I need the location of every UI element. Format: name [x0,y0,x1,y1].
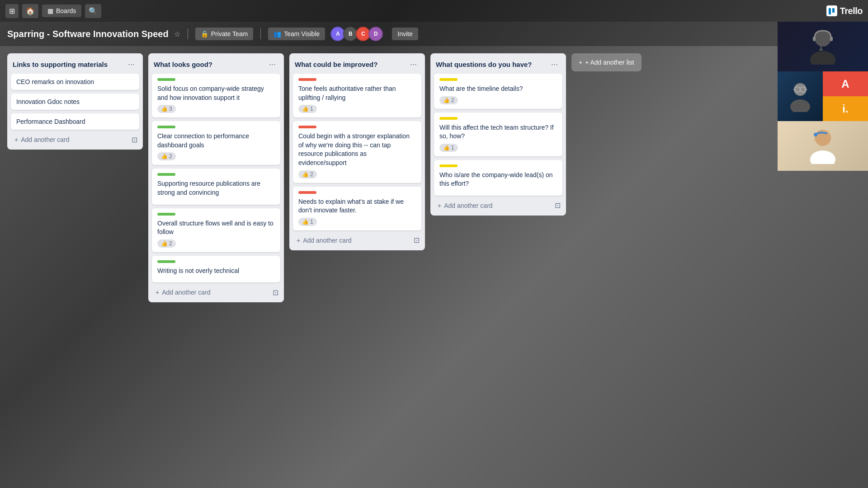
video-tile-2: A i. [778,71,868,121]
home-button[interactable]: 🏠 [22,4,38,18]
avatar-group: A B C D [330,27,383,41]
badge-count-q2: 1 [451,145,454,151]
list-menu-button-questions[interactable]: ··· [548,59,561,70]
video-person-1 [778,22,868,71]
boards-button[interactable]: ▦ Boards [42,5,81,17]
invite-button[interactable]: Invite [392,28,418,40]
svg-point-14 [810,150,835,164]
card-template-button-improved[interactable]: ⊡ [412,234,421,246]
nav-left: ⊞ 🏠 ▦ Boards 🔍 [5,4,823,18]
card-i3[interactable]: Needs to explain what's at stake if we d… [293,187,421,230]
plus-icon: + [297,237,300,244]
svg-point-1 [810,51,835,65]
card-g1[interactable]: Solid focus on company-wide strategy and… [152,74,280,117]
list-menu-button-links[interactable]: ··· [125,59,137,70]
board-header: Sparring - Software Innovation Speed ☆ 🔒… [0,22,868,46]
grid-menu-button[interactable]: ⊞ [5,4,19,18]
list-menu-button-good[interactable]: ··· [266,59,278,70]
private-team-label: Private Team [211,30,248,38]
card-label-g2 [157,126,175,128]
star-button[interactable]: ☆ [174,30,180,38]
private-team-button[interactable]: 🔒 Private Team [195,28,253,40]
thumbs-up-icon: 👍 [161,240,168,247]
card-footer-i1: 👍1 [298,105,416,113]
list-header-questions: What questions do you have?··· [434,57,562,74]
card-text-i1: Tone feels authoritative rather than upl… [298,84,416,102]
card-i2[interactable]: Could begin with a stronger explanation … [293,121,421,183]
badge-count-g4: 2 [169,240,172,247]
add-card-row-good: + Add another card⊡ [152,286,280,299]
card-badge-i2[interactable]: 👍2 [298,170,317,178]
avatar-4[interactable]: D [368,27,383,41]
card-footer-i2: 👍2 [298,170,416,178]
card-label-i1 [298,78,316,81]
add-card-button-good[interactable]: + Add another card [152,286,271,299]
trello-wordmark: Trello [840,6,863,16]
boards-label: Boards [56,7,76,14]
card-badge-g1[interactable]: 👍3 [157,105,176,113]
badge-count-g2: 2 [169,153,172,160]
svg-rect-5 [819,49,823,51]
card-template-button-links[interactable]: ⊡ [130,134,139,146]
board-content: Links to supporting materials···CEO rema… [0,46,868,310]
list-menu-button-improved[interactable]: ··· [407,59,420,70]
trello-icon [826,5,837,16]
card-g4[interactable]: Overall structure flows well and is easy… [152,208,280,252]
card-template-button-good[interactable]: ⊡ [271,286,280,299]
badge-count-i3: 1 [310,219,313,225]
card-g5[interactable]: Writing is not overly technical [152,256,280,283]
add-list-label: + Add another list [585,59,634,66]
card-l3[interactable]: Performance Dashboard [11,113,139,130]
card-q3[interactable]: Who is/are the company-wide lead(s) on t… [434,160,562,196]
add-card-button-questions[interactable]: + Add another card [434,199,553,212]
card-q1[interactable]: What are the timeline details?👍2 [434,74,562,109]
card-l2[interactable]: Innovation Gdoc notes [11,94,139,110]
card-label-i2 [298,126,316,128]
video-person-2 [778,71,823,121]
card-i1[interactable]: Tone feels authoritative rather than upl… [293,74,421,117]
card-footer-i3: 👍1 [298,218,416,226]
card-template-button-questions[interactable]: ⊡ [553,199,562,211]
card-text-g2: Clear connection to performance dashboar… [157,132,275,150]
add-list-button[interactable]: + + Add another list [571,53,642,71]
thumbs-up-icon: 👍 [443,97,450,103]
card-footer-g4: 👍2 [157,239,275,248]
card-l1[interactable]: CEO remarks on innovation [11,74,139,90]
card-g2[interactable]: Clear connection to performance dashboar… [152,121,280,165]
list-links: Links to supporting materials···CEO rema… [7,53,143,150]
thumbs-up-icon: 👍 [302,171,309,178]
card-label-g1 [157,78,175,81]
badge-count-q1: 2 [451,97,454,103]
card-label-i3 [298,191,316,194]
add-card-button-improved[interactable]: + Add another card [293,234,412,247]
badge-count-g1: 3 [169,106,172,112]
thumbs-up-icon: 👍 [302,219,309,225]
card-text-g3: Supporting resource publications are str… [157,179,275,197]
card-q2[interactable]: Will this affect the tech team structure… [434,113,562,156]
card-text-g4: Overall structure flows well and is easy… [157,219,275,237]
video-panel-right: A i. [823,71,868,121]
search-button[interactable]: 🔍 [85,4,101,18]
header-divider-2 [260,28,261,39]
card-badge-i3[interactable]: 👍1 [298,218,317,226]
card-badge-q2[interactable]: 👍1 [439,144,458,152]
card-footer-g2: 👍2 [157,152,275,160]
card-badge-i1[interactable]: 👍1 [298,105,317,113]
team-visible-label: Team Visible [284,30,320,38]
header-divider [188,28,188,39]
team-visible-button[interactable]: 👥 Team Visible [268,28,325,40]
svg-point-7 [790,99,810,112]
svg-point-15 [814,133,817,136]
list-title-improved: What could be improved? [295,61,377,68]
users-icon: 👥 [274,30,281,38]
add-card-row-links: + Add another card⊡ [11,133,139,146]
plus-icon: + [14,136,18,143]
card-g3[interactable]: Supporting resource publications are str… [152,169,280,204]
card-badge-q1[interactable]: 👍2 [439,96,458,104]
add-card-button-links[interactable]: + Add another card [11,133,130,146]
card-badge-g2[interactable]: 👍2 [157,152,176,160]
trello-logo: Trello [826,5,863,16]
card-footer-g1: 👍3 [157,105,275,113]
card-badge-g4[interactable]: 👍2 [157,239,176,248]
plus-icon: + [156,289,159,296]
